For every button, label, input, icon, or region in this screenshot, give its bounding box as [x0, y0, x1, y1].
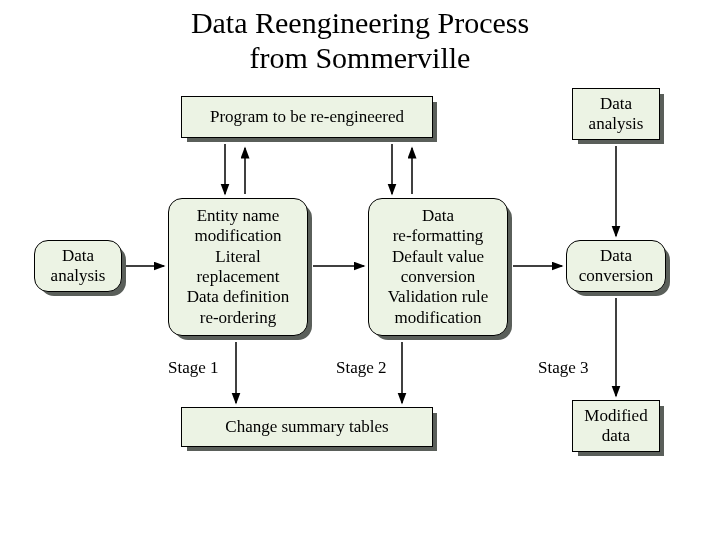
diagram-title: Data Reengineering Process from Sommervi… — [0, 0, 720, 75]
node-modified-data-label: Modified data — [584, 406, 647, 447]
node-stage1-box: Entity name modification Literal replace… — [168, 198, 308, 336]
title-line-1: Data Reengineering Process — [191, 6, 529, 39]
node-data-analysis-top: Data analysis — [572, 88, 660, 140]
title-line-2: from Sommerville — [250, 41, 471, 74]
label-stage1: Stage 1 — [168, 358, 219, 378]
node-stage2-box: Data re-formatting Default value convers… — [368, 198, 508, 336]
node-program: Program to be re-engineered — [181, 96, 433, 138]
node-data-conversion-label: Data conversion — [579, 246, 654, 287]
node-change-summary-label: Change summary tables — [225, 417, 388, 437]
node-change-summary: Change summary tables — [181, 407, 433, 447]
node-data-analysis-top-label: Data analysis — [589, 94, 644, 135]
node-data-analysis-left-label: Data analysis — [51, 246, 106, 287]
node-modified-data: Modified data — [572, 400, 660, 452]
label-stage2: Stage 2 — [336, 358, 387, 378]
node-data-conversion: Data conversion — [566, 240, 666, 292]
node-data-analysis-left: Data analysis — [34, 240, 122, 292]
node-stage1-label: Entity name modification Literal replace… — [187, 206, 289, 328]
node-stage2-label: Data re-formatting Default value convers… — [388, 206, 489, 328]
node-program-label: Program to be re-engineered — [210, 107, 404, 127]
label-stage3: Stage 3 — [538, 358, 589, 378]
